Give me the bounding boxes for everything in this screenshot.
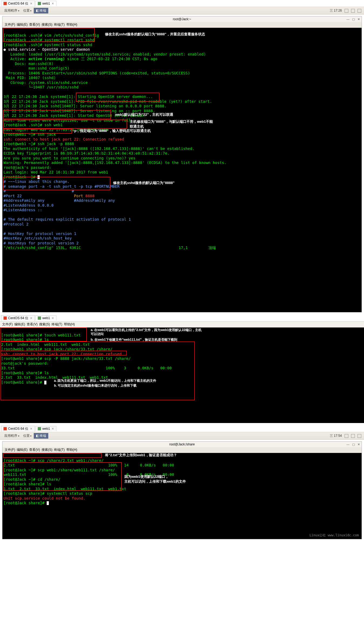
line: Unit scp.service could not be found. — [4, 496, 85, 500]
close-icon[interactable]: ✕ — [52, 316, 54, 320]
vm-icon — [4, 427, 7, 430]
menu-terminal[interactable]: 终端(T) — [53, 22, 65, 27]
line: CGroup: /system.slice/sshd.service — [4, 80, 88, 85]
menu[interactable]: 查看(V) — [29, 448, 40, 452]
menu[interactable]: 搜索(S) — [39, 322, 50, 327]
user-icon[interactable] — [358, 9, 361, 13]
line: [root@Jack share]# systemctl status scp — [4, 491, 92, 496]
menu-bar: 文件(F) 编辑(E) 查看(V) 搜索(S) 终端(T) 帮助(H) — [0, 322, 364, 328]
vm-icon — [38, 427, 41, 430]
minimize-button[interactable]: — — [346, 443, 349, 446]
line: Loaded: loaded (/usr/lib/systemd/system/… — [4, 52, 206, 56]
menu-places[interactable]: 位置 — [22, 434, 33, 438]
watermark: Linux公社 www.linuxidc.com — [309, 533, 359, 537]
line: 3月 22 17:24:30 Jack systemd[1]: Starting… — [4, 94, 153, 99]
note-1: 修改主机sshd服务的默认端口为"8888"，并重启后查看服务状态 — [105, 32, 205, 36]
vm-tab-centos[interactable]: CentOS 64 位✕ — [1, 426, 35, 432]
line: ssh: connect to host jack port 22: Conne… — [4, 137, 124, 141]
edited-port: Port — [74, 194, 85, 198]
power-icon[interactable] — [351, 9, 355, 13]
vm-tab-web1[interactable]: web1✕ — [35, 426, 57, 431]
line: Docs: man:sshd(8) — [4, 62, 53, 66]
taskbar-terminal[interactable]: ◧ 终端 — [34, 8, 48, 13]
close-icon[interactable]: ✕ — [30, 2, 32, 5]
line: ● sshd.service - OpenSSH server daemon — [4, 47, 90, 52]
line: # HostKey for protocol version 1 — [4, 231, 76, 236]
minimize-button[interactable]: — — [346, 18, 349, 21]
line: [root@Jack ~]# scp /share/2.txt web1:/sh… — [4, 458, 104, 463]
close-icon[interactable]: ✕ — [30, 316, 32, 320]
vim-top: 顶端 — [208, 246, 216, 250]
note-2a: 因为web1使用默认22端口， — [124, 475, 169, 479]
close-icon[interactable]: ✕ — [30, 427, 32, 431]
menu[interactable]: 编辑(E) — [14, 322, 26, 327]
vm-tabs-mid: CentOS 64 位✕ web1✕ — [0, 315, 364, 322]
clock[interactable]: 三 17:54 — [330, 434, 342, 438]
maximize-button[interactable]: ▢ — [352, 18, 355, 21]
terminal-body[interactable]: [root@Jack .ssh]# vim /etc/ssh/sshd_conf… — [2, 28, 362, 312]
vm-tab-web1[interactable]: web1✕ — [35, 315, 57, 320]
user-icon[interactable] — [358, 434, 361, 438]
line: [root@web1 share]# scp -P 8888 jack:/sha… — [1, 356, 131, 361]
line: The authenticity of host '[jack]:8888 ([… — [4, 146, 195, 151]
menu-places[interactable]: 位置 — [22, 8, 33, 13]
menu-bar: 文件(F) 编辑(E) 查看(V) 搜索(S) 终端(T) 帮助(H) — [2, 447, 362, 453]
line: 2.txt index.html web111.txt web1.txt — [1, 342, 90, 347]
line: Process: 10406 ExecStart=/usr/sbin/sshd … — [4, 71, 190, 75]
vm-tab-centos[interactable]: CentOS 64 位✕ — [1, 315, 35, 321]
window-title: root@Jack:/share — ▢ ✕ — [2, 442, 362, 447]
close-icon[interactable]: ✕ — [52, 427, 54, 431]
line: Active: — [4, 57, 29, 61]
volume-icon[interactable] — [345, 9, 348, 13]
taskbar-terminal[interactable]: ◧ 终端 — [34, 433, 48, 439]
menu[interactable]: 终端(T) — [51, 322, 63, 327]
line: # — [4, 189, 6, 193]
close-button[interactable]: ✕ — [358, 18, 360, 21]
line: [root@web1 ~]# ssh jack -p 8888 — [4, 142, 74, 146]
menu-search[interactable]: 搜索(S) — [41, 22, 53, 27]
vm-icon — [4, 316, 7, 320]
terminal-body[interactable]: [root@Jack ~]# scp /share/2.txt web1:/sh… — [2, 453, 362, 539]
vm-tab-web1[interactable]: web1✕ — [35, 1, 57, 6]
maximize-button[interactable]: ▢ — [352, 443, 355, 446]
menu-edit[interactable]: 编辑(E) — [16, 22, 28, 27]
line: ECDSA key fingerprint is 86:b9:3f:14:a3:… — [4, 151, 169, 155]
terminal-body[interactable]: [root@web1 share]# touch web111.txt [roo… — [0, 328, 364, 423]
line: # HostKeys for protocol version 2 — [4, 241, 79, 245]
menu[interactable]: 文件(F) — [2, 322, 13, 327]
line: # — [72, 189, 74, 193]
clock[interactable]: 三 17:26 — [330, 8, 342, 13]
note-upload: 将"2.txt"文件上传到web1，验证是否能成功？ — [105, 453, 177, 457]
vm-tabs-bot: CentOS 64 位✕ web1✕ — [0, 425, 364, 432]
line: [root@Jack .ssh]# systemctl restart sshd — [4, 38, 94, 42]
line: 3月 22 17:24:30 Jack sshd[10407]: Server … — [4, 104, 166, 108]
menu-applications[interactable]: 应用程序 — [3, 8, 21, 13]
vim-status: "/etc/ssh/sshd_config" 153L, 4361C — [4, 246, 81, 250]
menu[interactable]: 文件(F) — [4, 448, 16, 452]
menu[interactable]: 帮助(H) — [63, 322, 76, 327]
close-button[interactable]: ✕ — [358, 443, 360, 446]
menu-applications[interactable]: 应用程序 — [3, 434, 21, 438]
note-na: a. 因为主机更改了端口，所以，web1不能访问，上传和下载主机的文件 — [54, 379, 156, 383]
line: [root@Jack .ssh]# systemctl status sshd — [4, 43, 92, 47]
line: Main PID: 10407 (sshd) — [4, 76, 56, 80]
vm-tab-centos[interactable]: CentOS 64 位✕ — [1, 1, 35, 6]
line: root@jack's password: — [1, 361, 51, 366]
menu[interactable]: 搜索(S) — [41, 448, 53, 452]
menu[interactable]: 终端(T) — [53, 448, 65, 452]
menu[interactable]: 帮助(H) — [66, 448, 78, 452]
power-icon[interactable] — [351, 434, 355, 438]
cursor — [47, 501, 49, 505]
menu-view[interactable]: 查看(V) — [29, 22, 40, 27]
menu[interactable]: 查看(V) — [26, 322, 38, 327]
line: [root@web1 share]# touch web111.txt — [1, 333, 81, 337]
menu-help[interactable]: 帮助(H) — [66, 22, 78, 27]
cursor — [44, 381, 46, 384]
menu[interactable]: 编辑(E) — [16, 448, 28, 452]
volume-icon[interactable] — [345, 434, 348, 438]
line: 2.txt 100% 14 0.0KB/s 00:00 — [4, 463, 183, 467]
close-icon[interactable]: ✕ — [52, 2, 54, 5]
vim-pos: 17,1 — [179, 246, 188, 250]
menu-file[interactable]: 文件(F) — [4, 22, 16, 27]
line: [root@web1 ~]# ssh jack — [4, 132, 56, 137]
